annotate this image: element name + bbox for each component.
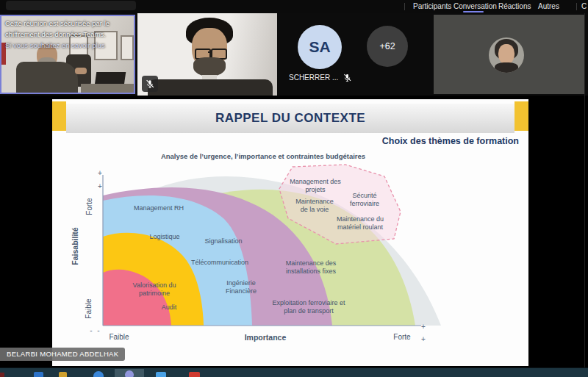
x-axis-low-label: Faible [109, 333, 129, 341]
zone-label-maintenance-materiel: Maintenance du matériel roulant [337, 215, 384, 232]
glasses-bridge [208, 51, 212, 53]
zone-label-ingenierie-financiere: Ingénierie Financière [226, 279, 257, 296]
taskbar-icon-red-app[interactable] [189, 372, 200, 377]
x-axis-title: Importance [245, 333, 287, 342]
taskbar-icon-folder[interactable] [59, 372, 67, 377]
security-notice-line2: chiffrement des données Teams. [5, 30, 132, 38]
x-axis-plus-tick: + [421, 323, 426, 331]
active-tab-underline [463, 11, 484, 12]
avatar-photo [489, 37, 524, 73]
mic-off-icon [343, 73, 352, 82]
tab-more[interactable]: Autres [538, 2, 559, 10]
y-axis-high-label: Forte [85, 198, 93, 215]
zone-label-maintenance-voie: Maintenance de la voie [295, 198, 334, 215]
zone-label-exploitation-ferroviaire: Exploitation ferroviaire et plan de tran… [272, 299, 345, 316]
taskbar-icon-word[interactable] [156, 372, 166, 377]
zone-label-logistique: Logistique [149, 233, 179, 241]
y-axis-low-label: Faible [85, 298, 93, 318]
teams-meeting-window: Participants Conversation Réactions Autr… [0, 0, 588, 377]
participant-beard [193, 57, 226, 76]
zone-label-signalisation: Signalisation [204, 237, 242, 245]
menu-divider [404, 3, 405, 10]
origin-minus-tick: - [97, 326, 99, 334]
participant-body [148, 79, 273, 96]
video-tile-speaker[interactable]: Cette réunion est sécurisée par le chiff… [0, 15, 135, 94]
presenter-name-tag: BELARBI MOHAMED ABDELHAK [0, 348, 125, 361]
notification-toast-top [6, 1, 136, 10]
origin-minus-tick: - [90, 326, 92, 334]
zone-label-maintenance-installations: Maintenance des installations fixes [286, 259, 337, 276]
security-notice-line1: Cette réunion est sécurisée par le [5, 19, 132, 27]
y-axis-title: Faisabilité [71, 227, 79, 265]
video-tile-photo-avatar[interactable] [434, 15, 584, 94]
onion-zone-chart [52, 99, 528, 366]
overflow-participants-badge[interactable]: +62 [367, 26, 408, 67]
taskbar-icon-blue-app[interactable] [34, 372, 43, 377]
windows-taskbar [0, 367, 588, 377]
zone-label-telecommunication: Télécommunication [191, 259, 248, 267]
zone-label-valorisation-patrimoine: Valorisation du patrimoine [133, 281, 176, 298]
video-gallery-strip: Cette réunion est sécurisée par le chiff… [0, 13, 588, 96]
video-tile-participant[interactable] [137, 13, 277, 96]
zone-label-management-projets: Management des projets [290, 178, 341, 195]
zone-label-audit: Audit [162, 304, 177, 312]
avatar-initials[interactable]: SA [298, 25, 342, 69]
tab-conversation[interactable]: Conversation [453, 2, 497, 10]
x-axis-plus-tick: + [421, 335, 426, 343]
taskbar-icon-teams[interactable] [125, 370, 134, 377]
avatar-body [495, 62, 518, 73]
tab-participants[interactable]: Participants [413, 2, 451, 10]
taskbar-icon-browser[interactable] [93, 371, 104, 377]
taskbar-icon[interactable] [0, 373, 4, 377]
avatar-face [498, 44, 514, 64]
desk [81, 84, 134, 94]
y-axis-plus-tick: + [98, 169, 102, 177]
speaker-hand [75, 68, 87, 74]
shared-presentation-slide: RAPPEL DU CONTEXTE Choix des thèmes de f… [52, 99, 528, 366]
security-notice-link[interactable]: Si vous souhaitez en savoir plus [5, 41, 132, 49]
mic-muted-badge [142, 76, 158, 92]
tab-reactions[interactable]: Réactions [498, 2, 531, 10]
menu-divider [576, 3, 577, 10]
zone-label-securite-ferroviaire: Sécurité ferroviaire [350, 192, 379, 209]
speaker-body [16, 62, 78, 93]
taskbar-active-app-highlight[interactable] [115, 369, 144, 377]
y-axis-plus-tick: + [98, 182, 102, 190]
mic-off-icon [145, 79, 155, 89]
window-edge [584, 13, 585, 367]
participant-name-label: SCHERRER ... [289, 73, 338, 82]
meeting-top-bar: Participants Conversation Réactions Autr… [0, 0, 588, 13]
zone-label-management-rh: Management RH [134, 204, 184, 212]
tab-clipped-edge[interactable]: C [581, 2, 587, 10]
x-axis-high-label: Forte [393, 333, 410, 341]
